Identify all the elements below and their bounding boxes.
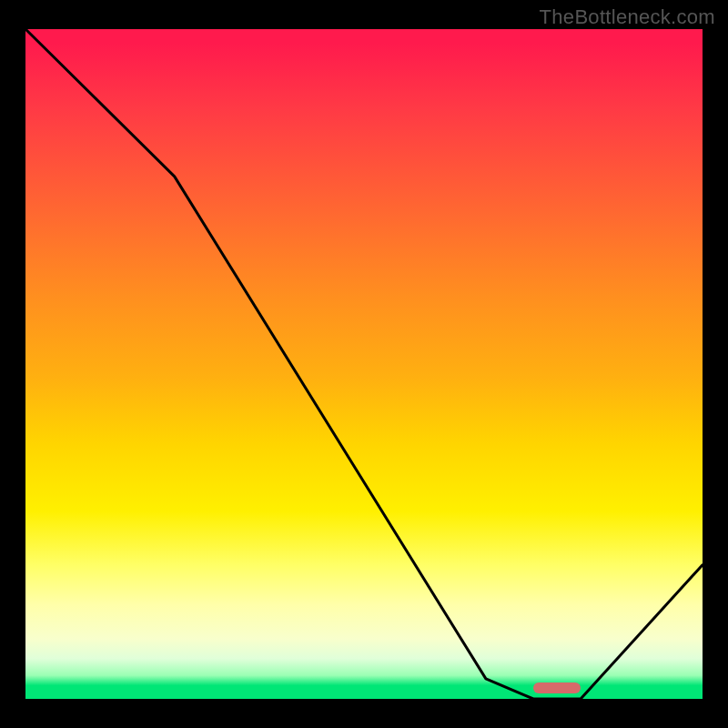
- optimal-range-marker: [533, 682, 581, 693]
- plot-area: [25, 29, 703, 699]
- watermark-text: TheBottleneck.com: [540, 5, 715, 29]
- bottleneck-curve: [25, 29, 703, 699]
- chart-container: TheBottleneck.com: [0, 0, 728, 728]
